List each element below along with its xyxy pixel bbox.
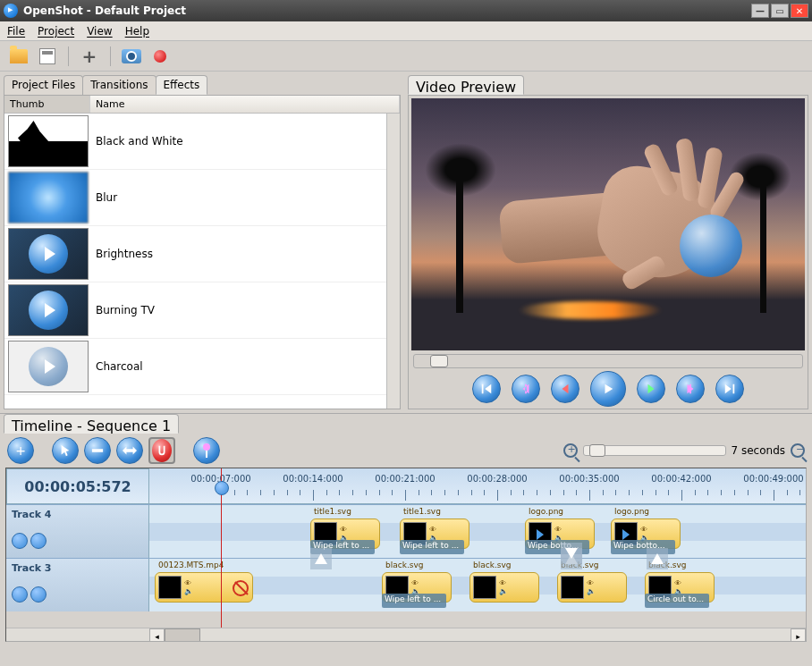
- tab-transitions[interactable]: Transitions: [82, 75, 156, 95]
- clip-toggle-icons[interactable]: 👁🔈: [184, 579, 193, 595]
- effects-panel: Thumb Name Black and White Blur Brightn: [4, 95, 401, 409]
- effects-scrollbar[interactable]: [386, 114, 400, 409]
- column-thumb[interactable]: Thumb: [4, 96, 90, 113]
- transition-label[interactable]: Circle out to...: [645, 594, 709, 608]
- transition-arrow-icon[interactable]: [310, 548, 332, 569]
- track-audio-button[interactable]: [30, 586, 47, 603]
- tab-timeline[interactable]: Timeline - Sequence 1: [4, 414, 179, 434]
- play-button[interactable]: [590, 371, 626, 407]
- app-icon: [4, 4, 18, 18]
- folder-open-icon: [10, 49, 28, 63]
- tracks-area[interactable]: 00:00:07:00000:00:14:00000:00:21:00000:0…: [149, 468, 806, 628]
- prev-marker-button[interactable]: [512, 375, 540, 403]
- zoom-in-icon[interactable]: +: [563, 443, 578, 458]
- tab-video-preview[interactable]: Video Preview: [408, 75, 524, 95]
- effect-name: Blur: [96, 191, 117, 204]
- scrollbar-thumb[interactable]: [165, 628, 200, 642]
- effects-list[interactable]: Black and White Blur Brightness Burning …: [4, 114, 386, 409]
- maximize-button[interactable]: ▭: [771, 4, 789, 18]
- scroll-right-button[interactable]: ▸: [791, 628, 806, 642]
- column-name[interactable]: Name: [90, 96, 400, 113]
- track-visible-button[interactable]: [12, 586, 28, 603]
- menu-project[interactable]: Project: [38, 25, 74, 38]
- slider-handle-icon[interactable]: [589, 444, 605, 457]
- main-toolbar: +: [0, 41, 812, 72]
- effect-item[interactable]: Charcoal: [4, 339, 386, 395]
- effect-item[interactable]: Burning TV: [4, 282, 386, 339]
- clip-label: title1.svg: [310, 505, 380, 516]
- effect-item[interactable]: Black and White: [4, 114, 386, 170]
- slider-handle-icon[interactable]: [430, 355, 448, 367]
- seek-start-button[interactable]: [472, 375, 501, 403]
- transition-label[interactable]: Wipe left to ...: [382, 594, 446, 608]
- timeline-clip[interactable]: 👁🔈: [557, 572, 627, 603]
- ruler-tick-label: 00:00:42:000: [651, 474, 711, 484]
- close-button[interactable]: ✕: [791, 4, 808, 18]
- timeline-clip[interactable]: 👁🔈: [469, 572, 539, 603]
- ruler-tick-label: 00:00:35:000: [559, 474, 619, 484]
- transition-arrow-icon[interactable]: [561, 543, 582, 564]
- resize-tool-button[interactable]: [116, 437, 143, 464]
- preview-panel: [408, 95, 808, 409]
- timecode-display: 00:00:05:572: [6, 468, 149, 504]
- seek-end-button[interactable]: [715, 375, 744, 403]
- video-preview[interactable]: [411, 98, 805, 350]
- timeline-h-scrollbar[interactable]: ◂ ▸: [6, 628, 806, 642]
- add-marker-button[interactable]: [193, 437, 220, 464]
- timeline-toolbar: + + 7 seconds −: [0, 434, 812, 468]
- tab-effects[interactable]: Effects: [156, 75, 208, 95]
- effect-thumb-icon: [8, 228, 89, 280]
- timeline-clip[interactable]: 👁🔈: [155, 572, 253, 603]
- plus-icon: +: [82, 46, 97, 67]
- clip-toggle-icons[interactable]: 👁🔈: [499, 579, 508, 595]
- timeline-ruler[interactable]: 00:00:07:00000:00:14:00000:00:21:00000:0…: [149, 468, 806, 504]
- track-name: Track 4: [12, 509, 51, 520]
- track-lane[interactable]: 00123.MTS.mp4👁🔈black.svg👁🔈Wipe left to .…: [149, 559, 806, 611]
- clip-label: black.svg: [469, 559, 539, 569]
- pointer-tool-button[interactable]: [52, 437, 79, 464]
- step-forward-button[interactable]: [637, 375, 665, 403]
- tab-project-files[interactable]: Project Files: [4, 75, 83, 95]
- clip-thumb-icon: [473, 576, 496, 599]
- transition-label[interactable]: Wipe left to ...: [400, 540, 464, 554]
- zoom-label: 7 seconds: [732, 444, 786, 457]
- transition-arrow-icon[interactable]: [647, 548, 668, 569]
- clip-label: black.svg: [382, 559, 452, 569]
- effect-item[interactable]: Blur: [4, 170, 386, 226]
- window-title: OpenShot - Default Project: [23, 4, 751, 17]
- record-button[interactable]: [148, 45, 172, 68]
- next-marker-button[interactable]: [676, 375, 705, 403]
- effect-item[interactable]: Brightness: [4, 226, 386, 282]
- track-header[interactable]: Track 3: [6, 559, 149, 611]
- zoom-slider[interactable]: [583, 445, 726, 456]
- playhead[interactable]: [221, 468, 222, 628]
- menu-help[interactable]: Help: [125, 25, 149, 38]
- snap-button[interactable]: [148, 437, 175, 464]
- add-track-button[interactable]: +: [7, 437, 34, 464]
- track-lane[interactable]: title1.svg👁🔈Wipe left to ...title1.svg👁🔈…: [149, 505, 806, 558]
- menu-view[interactable]: View: [87, 25, 112, 38]
- import-button[interactable]: +: [78, 45, 101, 68]
- menu-file[interactable]: File: [7, 25, 25, 38]
- ruler-tick-label: 00:00:49:000: [743, 474, 803, 484]
- zoom-out-icon[interactable]: −: [791, 443, 805, 458]
- timeline-section: Timeline - Sequence 1 + + 7 seconds − 00…: [0, 413, 812, 642]
- track-visible-button[interactable]: [12, 533, 28, 549]
- track-audio-button[interactable]: [30, 533, 47, 549]
- preview-seek-slider[interactable]: [413, 354, 803, 368]
- scroll-left-button[interactable]: ◂: [149, 628, 165, 642]
- effect-thumb-icon: [8, 115, 89, 167]
- clip-label: title1.svg: [400, 505, 469, 516]
- minimize-button[interactable]: —: [751, 4, 769, 18]
- snapshot-button[interactable]: [120, 45, 143, 68]
- ruler-tick-label: 00:00:28:000: [467, 474, 527, 484]
- open-button[interactable]: [7, 45, 30, 68]
- effect-thumb-icon: [8, 172, 89, 223]
- track-header[interactable]: Track 4: [6, 505, 149, 558]
- razor-tool-button[interactable]: [84, 437, 111, 464]
- step-back-button[interactable]: [551, 375, 579, 403]
- effect-thumb-icon: [8, 341, 89, 392]
- clip-toggle-icons[interactable]: 👁🔈: [587, 579, 596, 595]
- save-button[interactable]: [36, 45, 59, 68]
- menubar: File Project View Help: [0, 21, 812, 41]
